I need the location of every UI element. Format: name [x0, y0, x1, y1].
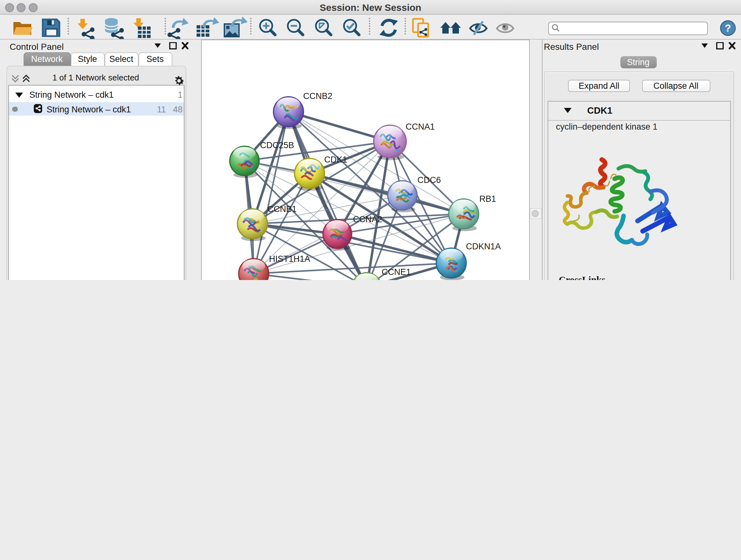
svg-text:CDC25B: CDC25B — [260, 140, 294, 150]
svg-text:CCNB1: CCNB1 — [267, 204, 297, 213]
svg-text:CCNA1: CCNA1 — [406, 122, 435, 131]
svg-text:CCNE1: CCNE1 — [382, 267, 411, 276]
svg-text:CCNB2: CCNB2 — [303, 91, 333, 101]
svg-text:CDK1: CDK1 — [324, 154, 347, 164]
svg-text:CCNA2: CCNA2 — [353, 214, 382, 224]
svg-text:CDKN1A: CDKN1A — [466, 241, 501, 251]
svg-text:RB1: RB1 — [479, 194, 496, 203]
svg-text:HIST1H1A: HIST1H1A — [269, 254, 310, 263]
svg-text:CDC6: CDC6 — [417, 175, 441, 185]
svg-text:?: ? — [725, 22, 731, 34]
